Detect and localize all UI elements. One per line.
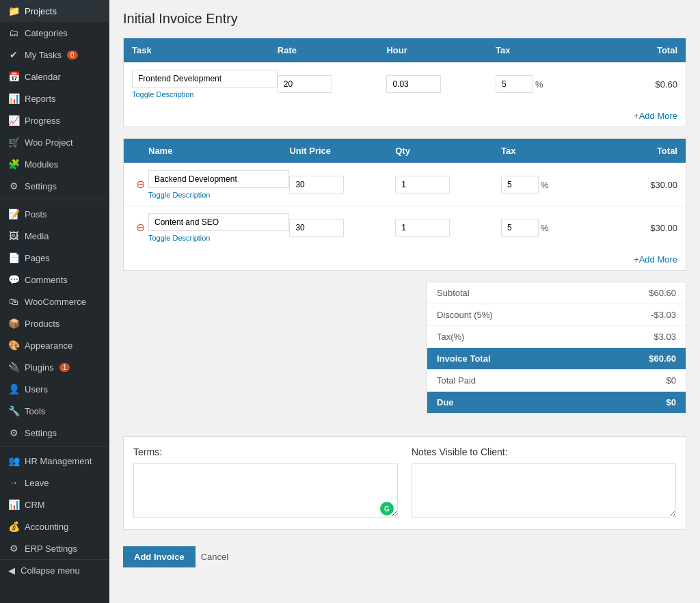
- my-tasks-badge: 0: [67, 51, 78, 59]
- projects-icon: 📁: [8, 5, 19, 16]
- plugins-icon: 🔌: [8, 362, 19, 373]
- tasks-add-more-button[interactable]: +Add More: [634, 111, 677, 121]
- sidebar: 📁 Projects 🗂 Categories ✔ My Tasks 0 📅 C…: [0, 0, 109, 603]
- sidebar-item-woo-project[interactable]: 🛒 Woo Project: [0, 131, 109, 153]
- toggle-description-link[interactable]: Toggle Description: [132, 90, 278, 98]
- product-qty-cell-1: [395, 176, 501, 193]
- sidebar-item-calendar[interactable]: 📅 Calendar: [0, 66, 109, 88]
- products-col-total: Total: [607, 146, 677, 156]
- sidebar-item-hr-management[interactable]: 👥 HR Management: [0, 450, 109, 472]
- product-tax-input-2[interactable]: [501, 219, 539, 237]
- tasks-col-rate: Rate: [278, 45, 387, 55]
- comments-icon: 💬: [8, 274, 19, 285]
- product-unit-price-cell-2: [289, 219, 395, 237]
- add-invoice-button[interactable]: Add Invoice: [123, 546, 196, 567]
- products-col-qty: Qty: [395, 146, 501, 156]
- task-hour-input[interactable]: [386, 75, 441, 93]
- sidebar-item-posts[interactable]: 📝 Posts: [0, 203, 109, 225]
- product-tax-input-1[interactable]: [501, 176, 539, 193]
- table-row: ⊖ Toggle Description % $30.00: [124, 206, 686, 249]
- subtotal-label: Subtotal: [437, 288, 470, 298]
- terms-textarea-wrapper: G: [133, 463, 398, 520]
- notes-block: Notes Visible to Client:: [412, 446, 676, 520]
- remove-row-1-button[interactable]: ⊖: [132, 179, 148, 190]
- summary-total-paid: Total Paid $0: [427, 370, 686, 392]
- product-tax-pct-1: %: [541, 180, 549, 190]
- toggle-description-link-2[interactable]: Toggle Description: [148, 234, 289, 242]
- sidebar-item-settings-proj[interactable]: ⚙ Settings: [0, 175, 109, 197]
- leave-icon: →: [8, 477, 19, 488]
- sidebar-item-comments[interactable]: 💬 Comments: [0, 269, 109, 291]
- sidebar-item-erp-settings[interactable]: ⚙ ERP Settings: [0, 537, 109, 559]
- sidebar-item-pages[interactable]: 📄 Pages: [0, 247, 109, 269]
- product-tax-cell-2: %: [501, 219, 607, 237]
- product-tax-cell-1: %: [501, 176, 607, 193]
- sidebar-item-tools[interactable]: 🔧 Tools: [0, 400, 109, 422]
- product-total-1: $30.00: [607, 180, 677, 190]
- appearance-icon: 🎨: [8, 340, 19, 351]
- sidebar-item-reports[interactable]: 📊 Reports: [0, 88, 109, 109]
- notes-textarea[interactable]: [412, 463, 676, 518]
- due-label: Due: [437, 397, 454, 407]
- hr-icon: 👥: [8, 455, 19, 466]
- tasks-col-tax: Tax: [496, 45, 605, 55]
- sidebar-item-plugins[interactable]: 🔌 Plugins 1: [0, 356, 109, 378]
- sidebar-divider-1: [0, 200, 109, 200]
- discount-value: -$3.03: [651, 310, 676, 320]
- sidebar-item-appearance[interactable]: 🎨 Appearance: [0, 334, 109, 356]
- sidebar-item-settings[interactable]: ⚙ Settings: [0, 422, 109, 444]
- sidebar-item-leave[interactable]: → Leave: [0, 472, 109, 494]
- users-icon: 👤: [8, 384, 19, 394]
- sidebar-item-products[interactable]: 📦 Products: [0, 312, 109, 334]
- sidebar-item-accounting[interactable]: 💰 Accounting: [0, 515, 109, 537]
- tasks-add-more-row: +Add More: [124, 105, 686, 126]
- product-name-input-2[interactable]: [148, 213, 289, 231]
- summary-container: Subtotal $60.60 Discount (5%) -$3.03 Tax…: [123, 282, 686, 425]
- tasks-icon: ✔: [8, 49, 19, 60]
- sidebar-item-crm[interactable]: 📊 CRM: [0, 494, 109, 515]
- sidebar-item-woocommerce[interactable]: 🛍 WooCommerce: [0, 291, 109, 312]
- plugins-badge: 1: [59, 363, 70, 372]
- task-tax-input[interactable]: [496, 75, 533, 93]
- sidebar-item-progress[interactable]: 📈 Progress: [0, 109, 109, 131]
- woo-project-icon: 🛒: [8, 137, 19, 148]
- task-name-input[interactable]: [132, 70, 278, 88]
- product-unit-price-input-2[interactable]: [289, 219, 344, 237]
- tasks-col-task: Task: [132, 45, 278, 55]
- invoice-total-value: $60.60: [649, 353, 676, 364]
- accounting-icon: 💰: [8, 521, 19, 532]
- progress-icon: 📈: [8, 115, 19, 126]
- sidebar-item-my-tasks[interactable]: ✔ My Tasks 0: [0, 44, 109, 66]
- product-name-cell-2: Toggle Description: [148, 213, 289, 242]
- task-rate-input[interactable]: [278, 75, 332, 93]
- product-name-input-1[interactable]: [148, 170, 289, 188]
- summary-discount: Discount (5%) -$3.03: [427, 304, 686, 326]
- summary-tax: Tax(%) $3.03: [427, 326, 686, 348]
- product-qty-input-1[interactable]: [395, 176, 450, 193]
- terms-textarea[interactable]: [133, 463, 398, 518]
- sidebar-item-projects[interactable]: 📁 Projects: [0, 0, 109, 22]
- main-content: Initial Invoice Entry Task Rate Hour Tax…: [109, 0, 700, 603]
- products-table-section: Name Unit Price Qty Tax Total ⊖ Toggle D…: [123, 138, 686, 271]
- product-unit-price-input-1[interactable]: [289, 176, 344, 193]
- collapse-menu[interactable]: ◀ Collapse menu: [0, 559, 109, 581]
- remove-row-2-button[interactable]: ⊖: [132, 222, 148, 233]
- cancel-button[interactable]: Cancel: [201, 552, 228, 562]
- task-rate-cell: [278, 75, 387, 93]
- product-total-2: $30.00: [607, 223, 677, 233]
- pages-icon: 📄: [8, 252, 19, 263]
- categories-icon: 🗂: [8, 27, 19, 38]
- sidebar-item-modules[interactable]: 🧩 Modules: [0, 153, 109, 175]
- sidebar-item-media[interactable]: 🖼 Media: [0, 225, 109, 247]
- products-add-more-button[interactable]: +Add More: [634, 254, 677, 265]
- reports-icon: 📊: [8, 93, 19, 104]
- sidebar-item-users[interactable]: 👤 Users: [0, 378, 109, 400]
- sidebar-item-categories[interactable]: 🗂 Categories: [0, 22, 109, 44]
- products-table-header: Name Unit Price Qty Tax Total: [124, 139, 686, 163]
- product-qty-input-2[interactable]: [395, 219, 450, 237]
- modules-icon: 🧩: [8, 159, 19, 170]
- toggle-description-link-1[interactable]: Toggle Description: [148, 191, 289, 199]
- settings-icon: ⚙: [8, 427, 19, 438]
- form-footer: Add Invoice Cancel: [123, 541, 686, 573]
- grammarly-icon: G: [380, 502, 394, 515]
